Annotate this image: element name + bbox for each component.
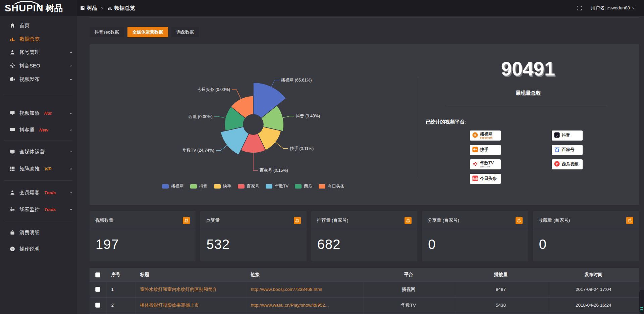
sidebar-item-label: 数据总览: [19, 36, 40, 42]
select-all-checkbox[interactable]: [95, 272, 100, 277]
sidebar-item-account-manage[interactable]: 账号管理: [0, 46, 77, 59]
stat-card-like-count: 点赞量总532: [200, 211, 306, 261]
sidebar-item-data-overview[interactable]: 数据总览: [0, 32, 77, 46]
legend-item-快手[interactable]: 快手: [214, 184, 231, 189]
legend-item-百家号[interactable]: 百家号: [238, 184, 260, 189]
sidebar-divider: [4, 221, 72, 221]
stat-card-header: 推荐量 (百家号)总: [311, 211, 417, 230]
sidebar-item-member-baoke[interactable]: 会员爆客Tools: [0, 186, 77, 199]
stat-card-value: 0: [422, 230, 528, 252]
sidebar-item-label: 操作说明: [19, 246, 40, 252]
stat-card-header: 点赞量总: [200, 211, 306, 230]
pie-label-line: [282, 116, 294, 118]
cell-platform: 华数TV: [363, 297, 454, 313]
fullscreen-icon[interactable]: [576, 5, 582, 11]
boosj-logo-icon: [472, 132, 478, 140]
sidebar-item-label: 矩阵助推: [19, 166, 40, 172]
svg-text:头条: 头条: [472, 177, 478, 180]
sidebar-item-video-heat[interactable]: 视频加热Hot: [0, 106, 77, 120]
platform-badge-label: 百家号: [562, 148, 575, 152]
videos-table-wrap: 序号标题链接平台播放量发布时间 1室外水纹灯和室内水纹灯的区别和简介http:/…: [90, 268, 639, 314]
sidebar-item-douyin-seo[interactable]: 抖音SEO: [0, 59, 77, 72]
cell-title-link[interactable]: 室外水纹灯和室内水纹灯的区别和简介: [135, 281, 246, 297]
app-window-icon: [80, 5, 85, 11]
column-header-0: 序号: [106, 268, 135, 281]
pie-label-line: [214, 117, 226, 118]
sidebar-item-operation-guide[interactable]: ?操作说明: [0, 242, 77, 256]
sidebar-item-douketong[interactable]: 抖客通New: [0, 123, 77, 137]
wallet-icon: [9, 229, 15, 235]
chart-legend: 播视网抖音快手百家号华数TV西瓜今日头条: [90, 184, 417, 189]
legend-label: 快手: [223, 184, 231, 189]
sidebar-item-matrix-boost[interactable]: 矩阵助推VIP: [0, 162, 77, 175]
legend-item-抖音[interactable]: 抖音: [190, 184, 208, 189]
user-icon: [9, 49, 15, 55]
sidebar-item-home[interactable]: 首页: [0, 19, 77, 32]
baijiahao-logo-icon: 百: [554, 146, 560, 154]
legend-item-西瓜[interactable]: 西瓜: [295, 184, 312, 189]
cell-plays: 5438: [454, 297, 548, 313]
tab-douyin-seo-data[interactable]: 抖音seo数据: [90, 27, 124, 37]
app-logo[interactable]: SHUPIN 树品: [0, 0, 77, 16]
pie-label: 西瓜 (0.00%): [188, 114, 212, 119]
tab-media-operation-data[interactable]: 全媒体运营数据: [127, 27, 168, 37]
legend-swatch: [190, 184, 197, 189]
total-badge: 总: [626, 217, 633, 224]
sidebar-item-media-operation[interactable]: 全媒体运营: [0, 145, 77, 158]
legend-item-华数TV[interactable]: 华数TV: [266, 184, 288, 189]
cell-title-link[interactable]: 楼体投影灯投影效果震撼上市: [135, 297, 246, 313]
cell-url-link[interactable]: http://www.boosj.com/7338468.html: [246, 281, 363, 297]
sidebar-divider: [4, 180, 72, 181]
pie-label-line: [216, 145, 227, 151]
pie-label: 百家号 (0.15%): [260, 168, 288, 173]
sidebar-divider: [4, 141, 72, 141]
chevron-down-icon: [69, 64, 73, 68]
column-header-5: 发布时间: [548, 268, 639, 281]
stat-card-header: 分享量 (百家号)总: [422, 211, 528, 230]
chevron-down-icon: [69, 77, 73, 82]
topbar-right: 用户名: zswodun88: [576, 5, 644, 11]
legend-label: 播视网: [171, 184, 184, 189]
sidebar-item-badge: Tools: [44, 207, 56, 212]
stat-card-label: 视频数量: [95, 217, 113, 223]
customer-service-widget[interactable]: [639, 289, 644, 314]
pie-label-line: [271, 80, 279, 87]
stat-card-favorite-count: 收藏量 (百家号)总0: [533, 211, 639, 261]
stat-card-header: 视频数量总: [90, 211, 196, 230]
row-checkbox[interactable]: [95, 303, 100, 308]
stat-card-value: 197: [90, 230, 196, 252]
breadcrumb-separator: >: [101, 6, 104, 11]
gear-icon: [9, 63, 15, 69]
chevron-down-icon: [69, 128, 73, 132]
table-row: 2楼体投影灯投影效果震撼上市http://www.wasu.cn/Play/sh…: [90, 297, 639, 313]
sidebar-item-label: 首页: [19, 22, 30, 29]
sidebar-item-label: 抖音SEO: [19, 63, 40, 69]
cell-url-link[interactable]: http://www.wasu.cn/Play/show/id/952...: [246, 297, 363, 313]
row-checkbox[interactable]: [95, 287, 100, 292]
sidebar-item-consume-detail[interactable]: 消费明细: [0, 226, 77, 239]
main-content: 抖音seo数据全媒体运营数据询盘数据 播视网 (65.61%)抖音 (9.40%…: [77, 16, 644, 314]
member-icon: [9, 190, 15, 196]
breadcrumb-current[interactable]: 数据总览: [114, 5, 135, 12]
legend-label: 抖音: [199, 184, 208, 189]
chevron-down-icon: [69, 150, 73, 154]
stat-cards-row: 视频数量总197点赞量总532推荐量 (百家号)总682分享量 (百家号)总0收…: [90, 211, 639, 261]
chevron-down-icon: [69, 191, 73, 195]
sidebar-item-clue-monitor[interactable]: 线索监控Tools: [0, 203, 77, 216]
platform-badge-baijiahao: 百百家号: [552, 145, 583, 155]
user-menu[interactable]: 用户名: zswodun88: [591, 5, 635, 11]
bar-chart-icon: [9, 36, 15, 42]
tab-inquiry-data[interactable]: 询盘数据: [171, 27, 199, 37]
legend-item-今日头条[interactable]: 今日头条: [319, 184, 344, 189]
legend-label: 西瓜: [304, 184, 312, 189]
logo-text-cn: 树品: [46, 4, 63, 12]
rose-chart-area: 播视网 (65.61%)抖音 (9.40%)快手 (0.11%)百家号 (0.1…: [90, 44, 417, 205]
sidebar-item-badge: VIP: [44, 166, 51, 171]
breadcrumb-root[interactable]: 树品: [87, 5, 97, 12]
platform-badge-toutiao: 头条今日头条: [470, 174, 501, 184]
sidebar-item-badge: New: [39, 127, 48, 133]
kuaishou-logo-icon: [472, 146, 478, 154]
legend-item-播视网[interactable]: 播视网: [162, 184, 184, 189]
total-impressions-value: 90491: [417, 58, 639, 79]
sidebar-item-video-publish[interactable]: 视频发布: [0, 72, 77, 86]
